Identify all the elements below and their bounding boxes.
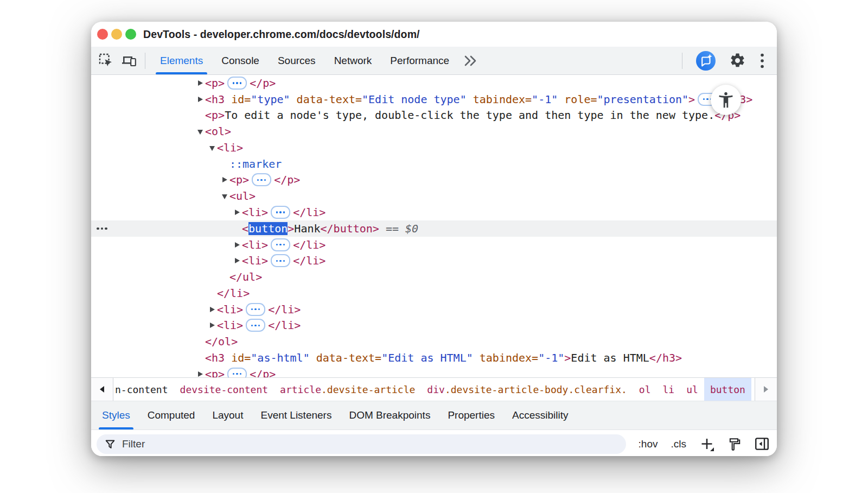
- dom-tree-row[interactable]: <li></li>: [91, 301, 777, 318]
- breadcrumb-item[interactable]: ul: [680, 378, 704, 401]
- expand-arrow-icon[interactable]: [195, 97, 205, 102]
- tab-network[interactable]: Network: [325, 47, 381, 74]
- ellipsis-expand-button[interactable]: [246, 319, 265, 332]
- dom-tree-row[interactable]: <li>: [91, 140, 777, 156]
- dom-tree-row[interactable]: <p></p>: [91, 172, 777, 188]
- code-segment-tag: </p>: [274, 173, 300, 186]
- code-segment-marker: ::marker: [229, 157, 282, 170]
- tab-layout[interactable]: Layout: [203, 401, 252, 429]
- zoom-window-button[interactable]: [125, 29, 136, 40]
- code-segment-val: "presentation": [597, 93, 689, 106]
- ellipsis-expand-button[interactable]: [271, 254, 290, 267]
- collapse-arrow-icon[interactable]: [195, 128, 205, 135]
- dom-tree-row[interactable]: </li>: [91, 285, 777, 301]
- element-classes-button[interactable]: .cls: [671, 438, 687, 450]
- device-toolbar-icon[interactable]: [121, 54, 137, 68]
- dom-tree-row-selected[interactable]: <button>Hank</button> == $0: [91, 220, 777, 237]
- breadcrumb-segment: div: [427, 384, 445, 395]
- more-tabs-icon[interactable]: [458, 55, 482, 66]
- ai-assistance-icon[interactable]: [696, 51, 716, 71]
- code-segment-val: "as-html": [251, 351, 309, 364]
- new-style-rule-icon[interactable]: [699, 437, 714, 452]
- dom-tree-row[interactable]: <ol>: [91, 123, 777, 140]
- expand-arrow-icon[interactable]: [232, 258, 242, 263]
- code-segment-attr: tabindex=: [480, 351, 538, 364]
- close-window-button[interactable]: [97, 29, 108, 40]
- dom-tree-row[interactable]: <li></li>: [91, 204, 777, 220]
- code-segment-tag: <li>: [242, 238, 268, 251]
- dom-tree-row[interactable]: <p></p>: [91, 366, 777, 377]
- tab-event-listeners[interactable]: Event Listeners: [252, 401, 340, 429]
- rendering-brush-icon[interactable]: [727, 437, 742, 451]
- selected-tag-token[interactable]: button: [248, 222, 288, 235]
- tab-elements[interactable]: Elements: [151, 47, 212, 74]
- dom-tree-row[interactable]: <ul>: [91, 188, 777, 204]
- code-segment-tag: <li>: [242, 206, 268, 219]
- breadcrumb-scroll-right-icon[interactable]: [755, 378, 777, 401]
- toggle-element-state-button[interactable]: :hov: [639, 438, 658, 450]
- tab-accessibility[interactable]: Accessibility: [503, 401, 577, 429]
- expand-arrow-icon[interactable]: [207, 307, 217, 312]
- more-options-icon[interactable]: [760, 53, 765, 69]
- code-segment-tag: <h3: [205, 351, 225, 364]
- tab-sources[interactable]: Sources: [269, 47, 325, 74]
- toggle-sidebar-icon[interactable]: [755, 437, 769, 451]
- inspect-icon[interactable]: [99, 53, 113, 68]
- styles-filter-bar: Filter :hov .cls: [91, 429, 777, 456]
- filter-input[interactable]: Filter: [97, 434, 626, 454]
- dom-tree-row[interactable]: <h3 id="as-html" data-text="Edit as HTML…: [91, 350, 777, 366]
- dom-tree-row[interactable]: </ul>: [91, 269, 777, 285]
- code-segment-val: "type": [251, 93, 290, 106]
- breadcrumb-item[interactable]: li: [657, 378, 681, 401]
- expand-arrow-icon[interactable]: [220, 177, 229, 182]
- tab-dom-breakpoints[interactable]: DOM Breakpoints: [340, 401, 439, 429]
- tab-computed[interactable]: Computed: [139, 401, 204, 429]
- dom-tree-row[interactable]: </ol>: [91, 333, 777, 350]
- breadcrumb-item-selected[interactable]: button: [704, 378, 751, 401]
- collapse-arrow-icon[interactable]: [220, 193, 229, 199]
- dom-tree-row[interactable]: <p></p>: [91, 75, 777, 91]
- tab-console[interactable]: Console: [212, 47, 269, 74]
- breadcrumb-item[interactable]: div.devsite-article-body.clearfix.: [421, 378, 633, 401]
- dom-tree-row[interactable]: ::marker: [91, 156, 777, 172]
- expand-arrow-icon[interactable]: [195, 80, 205, 86]
- ellipsis-expand-button[interactable]: [227, 77, 247, 90]
- settings-icon[interactable]: [729, 52, 746, 69]
- dom-tree-row[interactable]: <li></li>: [91, 317, 777, 333]
- breadcrumb-item[interactable]: ol: [633, 378, 657, 401]
- row-more-actions-icon[interactable]: [97, 220, 107, 237]
- breadcrumb-item[interactable]: n-content: [113, 378, 174, 401]
- minimize-window-button[interactable]: [111, 29, 122, 40]
- ellipsis-expand-button[interactable]: [271, 206, 290, 219]
- code-segment-tag: <: [242, 222, 248, 235]
- dom-tree-row[interactable]: <p>To edit a node's type, double-click t…: [91, 108, 777, 124]
- breadcrumb: n-contentdevsite-contentarticle.devsite-…: [113, 378, 755, 401]
- expand-arrow-icon[interactable]: [232, 242, 242, 248]
- code-segment-attr: tabindex=: [473, 93, 532, 106]
- ellipsis-expand-button[interactable]: [271, 238, 290, 251]
- code-segment-text: [225, 93, 231, 106]
- tab-styles[interactable]: Styles: [93, 401, 139, 429]
- expand-arrow-icon[interactable]: [207, 323, 217, 328]
- code-segment-val: "-1": [538, 351, 564, 364]
- ellipsis-expand-button[interactable]: [227, 368, 247, 377]
- code-segment-tag: </ul>: [229, 270, 262, 283]
- breadcrumb-item[interactable]: devsite-content: [174, 378, 275, 401]
- tab-properties[interactable]: Properties: [439, 401, 503, 429]
- devtools-window: DevTools - developer.chrome.com/docs/dev…: [91, 22, 777, 456]
- ellipsis-expand-button[interactable]: [246, 303, 265, 316]
- ellipsis-expand-button[interactable]: [252, 173, 271, 186]
- code-segment-tag: <p>: [205, 77, 225, 90]
- collapse-arrow-icon[interactable]: [207, 144, 217, 151]
- titlebar: DevTools - developer.chrome.com/docs/dev…: [91, 22, 777, 47]
- code-segment-tag: <li>: [217, 303, 243, 316]
- dom-tree-row[interactable]: <h3 id="type" data-text="Edit node type"…: [91, 91, 777, 108]
- code-segment-text: [473, 351, 480, 364]
- expand-arrow-icon[interactable]: [232, 210, 242, 215]
- tab-performance[interactable]: Performance: [381, 47, 458, 74]
- breadcrumb-scroll-left-icon[interactable]: [91, 378, 113, 401]
- expand-arrow-icon[interactable]: [195, 371, 205, 377]
- dom-tree-row[interactable]: <li></li>: [91, 252, 777, 269]
- breadcrumb-item[interactable]: article.devsite-article: [274, 378, 421, 401]
- dom-tree-row[interactable]: <li></li>: [91, 237, 777, 253]
